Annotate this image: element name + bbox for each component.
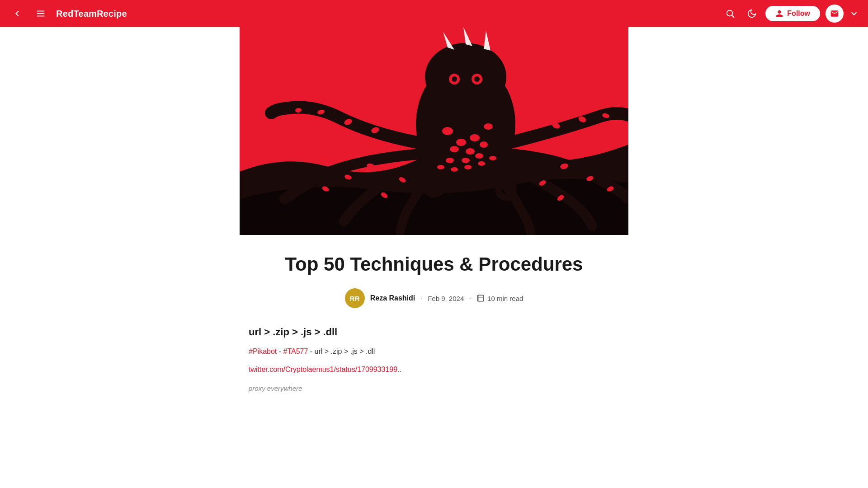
- svg-point-43: [451, 167, 458, 172]
- svg-point-34: [470, 134, 480, 141]
- svg-point-7: [425, 43, 506, 111]
- chevron-down-button[interactable]: [849, 9, 859, 19]
- site-header: RedTeamRecipe Follow: [0, 0, 868, 27]
- svg-point-45: [478, 161, 485, 166]
- svg-point-13: [452, 76, 457, 82]
- tweet-link-wrapper: twitter.com/Cryptolaemus1/status/1709933…: [249, 363, 619, 375]
- menu-button[interactable]: [33, 5, 49, 22]
- svg-point-33: [456, 139, 466, 146]
- svg-point-3: [727, 10, 733, 16]
- author-dot-2: ·: [469, 295, 471, 302]
- follow-label: Follow: [787, 9, 810, 18]
- pikabot-link[interactable]: #Pikabot: [249, 347, 277, 355]
- proxy-image-placeholder: proxy everywhere: [249, 381, 619, 393]
- main-content: Top 50 Techniques & Procedures RR Reza R…: [0, 27, 868, 429]
- svg-point-44: [464, 165, 472, 169]
- follow-button[interactable]: Follow: [765, 6, 820, 21]
- author-row: RR Reza Rashidi · Feb 9, 2024 · 10 min r…: [249, 288, 619, 308]
- svg-point-32: [442, 127, 453, 135]
- search-button[interactable]: [722, 5, 738, 22]
- avatar: RR: [345, 288, 365, 308]
- subscribe-button[interactable]: [826, 5, 844, 23]
- svg-point-39: [446, 158, 454, 163]
- site-title: RedTeamRecipe: [56, 9, 127, 19]
- publish-date: Feb 9, 2024: [428, 295, 464, 302]
- author-name: Reza Rashidi: [370, 294, 415, 302]
- svg-point-38: [480, 141, 488, 148]
- hero-image-wrapper: [240, 27, 628, 235]
- ta577-link[interactable]: #TA577: [283, 347, 308, 355]
- svg-point-35: [484, 123, 493, 130]
- svg-point-14: [474, 76, 480, 82]
- svg-point-42: [437, 165, 444, 169]
- article-text: #Pikabot - #TA577 - url > .zip > .js > .…: [249, 345, 619, 357]
- article-title: Top 50 Techniques & Procedures: [249, 253, 619, 276]
- svg-point-46: [489, 156, 496, 160]
- hero-image: [240, 27, 628, 235]
- svg-point-37: [466, 148, 475, 155]
- svg-point-41: [475, 153, 483, 159]
- read-time-label: 10 min read: [487, 295, 523, 302]
- header-left: RedTeamRecipe: [9, 5, 127, 22]
- tweet-link[interactable]: twitter.com/Cryptolaemus1/status/1709933…: [249, 366, 401, 373]
- back-button[interactable]: [9, 5, 25, 22]
- header-right: Follow: [722, 5, 859, 23]
- author-dot: ·: [420, 295, 422, 302]
- svg-point-40: [462, 158, 470, 163]
- section-heading: url > .zip > .js > .dll: [249, 326, 619, 338]
- article-body: Top 50 Techniques & Procedures RR Reza R…: [240, 253, 628, 393]
- svg-rect-47: [477, 296, 484, 302]
- svg-line-4: [732, 15, 734, 18]
- svg-point-36: [450, 146, 459, 152]
- read-time: 10 min read: [476, 294, 523, 302]
- dark-mode-button[interactable]: [744, 5, 760, 22]
